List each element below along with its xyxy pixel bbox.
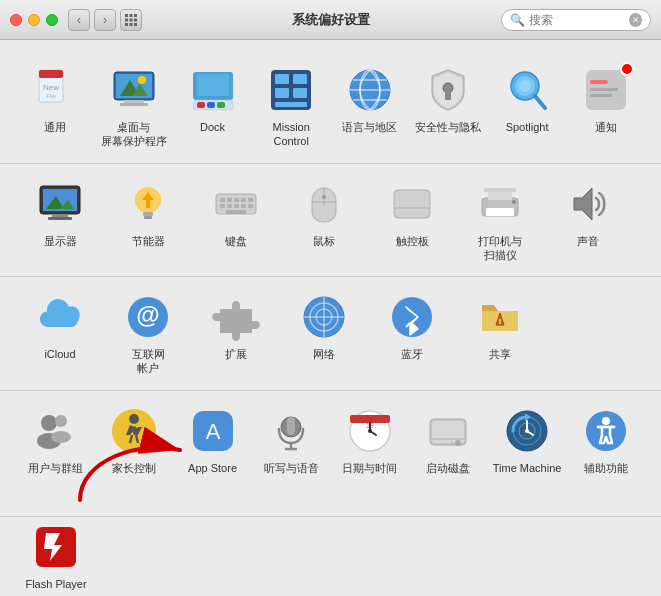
network-icon (298, 291, 350, 343)
pref-bluetooth[interactable]: 蓝牙 (368, 285, 456, 367)
svg-point-19 (138, 76, 146, 84)
minimize-button[interactable] (28, 14, 40, 26)
svg-rect-1 (130, 14, 133, 17)
pref-display[interactable]: 显示器 (16, 172, 104, 254)
pref-mouse[interactable]: 鼠标 (280, 172, 368, 254)
dictation-label: 听写与语音 (264, 461, 319, 475)
svg-point-119 (525, 429, 529, 433)
grid-icon (124, 13, 138, 27)
flash-section: Flash Player (0, 516, 661, 596)
pref-spotlight[interactable]: Spotlight (488, 58, 567, 140)
svg-rect-4 (130, 18, 133, 21)
svg-rect-100 (287, 417, 295, 435)
svg-rect-52 (48, 217, 72, 220)
grid-view-button[interactable] (120, 9, 142, 31)
time-machine-icon (501, 405, 553, 457)
spotlight-icon (501, 64, 553, 116)
search-input[interactable] (529, 13, 629, 27)
svg-rect-30 (293, 88, 307, 98)
display-label: 显示器 (44, 234, 77, 248)
datetime-label: 日期与时间 (342, 461, 397, 475)
display-icon (34, 178, 86, 230)
pref-flash-player[interactable]: Flash Player (16, 515, 96, 596)
svg-rect-27 (275, 74, 289, 84)
pref-dictation[interactable]: 听写与语音 (252, 399, 331, 481)
pref-users[interactable]: 用户与群组 (16, 399, 95, 481)
pref-accessibility[interactable]: 辅助功能 (566, 399, 645, 481)
dock-icon (187, 64, 239, 116)
svg-text:@: @ (136, 301, 159, 328)
svg-text:A: A (205, 419, 220, 444)
keyboard-label: 键盘 (225, 234, 247, 248)
svg-rect-38 (445, 92, 451, 100)
personal-section: New File 通用 (0, 50, 661, 164)
mouse-icon (298, 178, 350, 230)
svg-point-90 (51, 431, 71, 443)
search-clear-button[interactable]: ✕ (629, 13, 642, 27)
forward-button[interactable]: › (94, 9, 116, 31)
parental-controls-label: 家长控制 (112, 461, 156, 475)
security-icon (422, 64, 474, 116)
pref-mission-control[interactable]: MissionControl (252, 58, 331, 155)
pref-sound[interactable]: 声音 (544, 172, 632, 254)
pref-printer[interactable]: 打印机与扫描仪 (456, 172, 544, 269)
svg-rect-59 (234, 198, 239, 202)
printer-icon (474, 178, 526, 230)
energy-icon (122, 178, 174, 230)
pref-icloud[interactable]: iCloud (16, 285, 104, 367)
svg-rect-21 (197, 74, 229, 96)
pref-trackpad[interactable]: 触控板 (368, 172, 456, 254)
bluetooth-icon (386, 291, 438, 343)
pref-desktop[interactable]: 桌面与屏幕保护程序 (95, 58, 174, 155)
pref-general[interactable]: New File 通用 (16, 58, 95, 140)
close-button[interactable] (10, 14, 22, 26)
pref-startup-disk[interactable]: 启动磁盘 (409, 399, 488, 481)
desktop-label: 桌面与屏幕保护程序 (101, 120, 167, 149)
preferences-content: New File 通用 (0, 40, 661, 499)
maximize-button[interactable] (46, 14, 58, 26)
pref-extensions[interactable]: 扩展 (192, 285, 280, 367)
accessibility-label: 辅助功能 (584, 461, 628, 475)
energy-label: 节能器 (132, 234, 165, 248)
pref-internet-accounts[interactable]: @ 互联网帐户 (104, 285, 192, 382)
pref-appstore[interactable]: A App Store (173, 399, 252, 481)
svg-text:!: ! (499, 317, 502, 326)
svg-rect-63 (227, 204, 232, 208)
pref-security[interactable]: 安全性与隐私 (409, 58, 488, 140)
window-title: 系统偏好设置 (292, 11, 370, 29)
svg-rect-23 (197, 102, 205, 108)
notifications-label: 通知 (595, 120, 617, 134)
language-label: 语言与地区 (342, 120, 397, 134)
svg-point-112 (455, 440, 461, 446)
pref-notifications[interactable]: 通知 (566, 58, 645, 140)
svg-point-108 (368, 429, 372, 433)
internet-section: iCloud @ 互联网帐户 (0, 277, 661, 391)
time-machine-label: Time Machine (493, 461, 562, 475)
svg-rect-15 (124, 100, 144, 103)
printer-label: 打印机与扫描仪 (478, 234, 522, 263)
svg-rect-65 (241, 204, 246, 208)
internet-icons-row: iCloud @ 互联网帐户 (16, 285, 645, 382)
users-label: 用户与群组 (28, 461, 83, 475)
svg-point-42 (519, 80, 531, 92)
pref-parental-controls[interactable]: 家长控制 (95, 399, 174, 481)
sound-label: 声音 (577, 234, 599, 248)
pref-network[interactable]: 网络 (280, 285, 368, 367)
pref-language[interactable]: 语言与地区 (331, 58, 410, 140)
pref-dock[interactable]: Dock (173, 58, 252, 140)
notifications-icon (580, 64, 632, 116)
sound-icon (562, 178, 614, 230)
svg-text:New: New (43, 83, 59, 92)
pref-datetime[interactable]: 18 日期与时间 (331, 399, 410, 481)
back-button[interactable]: ‹ (68, 9, 90, 31)
pref-sharing[interactable]: ! 共享 (456, 285, 544, 367)
pref-time-machine[interactable]: Time Machine (488, 399, 567, 481)
search-bar[interactable]: 🔍 ✕ (501, 9, 651, 31)
svg-rect-16 (120, 103, 148, 106)
svg-rect-31 (275, 102, 307, 107)
pref-keyboard[interactable]: 键盘 (192, 172, 280, 254)
pref-energy[interactable]: 节能器 (104, 172, 192, 254)
datetime-icon: 18 (344, 405, 396, 457)
svg-rect-24 (207, 102, 215, 108)
svg-rect-29 (275, 88, 289, 98)
